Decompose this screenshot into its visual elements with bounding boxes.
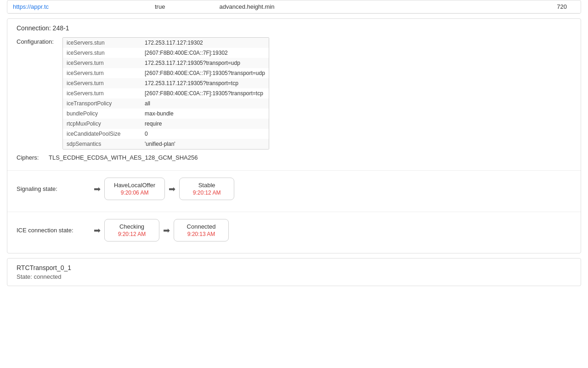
config-key: rtcpMuxPolicy (63, 119, 141, 129)
ice-state-time-1: 9:20:12 AM (114, 231, 150, 237)
config-value: 172.253.117.127:19305?transport=tcp (141, 78, 269, 88)
config-row: Configuration: iceServers.stun 172.253.1… (17, 37, 571, 150)
advanced-height-key: advanced.height.min (214, 0, 492, 13)
rtc-state: State: connected (17, 273, 571, 280)
ice-state-name-1: Checking (114, 223, 150, 230)
ciphers-label: Ciphers: (17, 154, 49, 161)
config-value: all (141, 98, 269, 109)
config-key: iceServers.turn (63, 58, 141, 68)
config-value: require (141, 119, 269, 129)
signaling-state-time-1: 9:20:06 AM (114, 190, 155, 196)
config-value: max-bundle (141, 109, 269, 119)
signaling-state-row: Signaling state: ➡ HaveLocalOffer 9:20:0… (17, 178, 571, 200)
table-row: rtcpMuxPolicy require (63, 119, 269, 129)
table-row: iceServers.turn [2607:F8B0:400E:C0A::7F]… (63, 88, 269, 98)
ciphers-row: Ciphers: TLS_ECDHE_ECDSA_WITH_AES_128_GC… (17, 154, 571, 161)
config-value: 'unified-plan' (141, 139, 269, 149)
config-value: 0 (141, 129, 269, 139)
table-row: iceServers.stun [2607:F8B0:400E:C0A::7F]… (63, 48, 269, 58)
table-row: sdpSemantics 'unified-plan' (63, 139, 269, 149)
connection-block: Connection: 248-1 Configuration: iceServ… (7, 18, 581, 253)
ice-state-time-2: 9:20:13 AM (183, 231, 219, 237)
config-value: [2607:F8B0:400E:C0A::7F]:19305?transport… (141, 68, 269, 78)
config-key: sdpSemantics (63, 139, 141, 149)
config-key: iceServers.turn (63, 88, 141, 98)
ice-state-row: ICE connection state: ➡ Checking 9:20:12… (17, 219, 571, 242)
arrow-icon-4: ➡ (163, 225, 170, 236)
signaling-state-name-1: HaveLocalOffer (114, 182, 155, 189)
table-row: iceCandidatePoolSize 0 (63, 129, 269, 139)
config-value: 172.253.117.127:19302 (141, 38, 269, 48)
rtc-title: RTCTransport_0_1 (17, 264, 571, 271)
config-key: bundlePolicy (63, 109, 141, 119)
signaling-state-name-2: Stable (189, 182, 225, 189)
config-label: Configuration: (17, 37, 62, 45)
arrow-icon-1: ➡ (94, 184, 101, 194)
config-table-wrapper: iceServers.stun 172.253.117.127:19302 ic… (62, 37, 269, 150)
table-row: iceServers.turn 172.253.117.127:19305?tr… (63, 58, 269, 68)
table-row: https://appr.tc true advanced.height.min… (7, 0, 581, 13)
signaling-state-time-2: 9:20:12 AM (189, 190, 225, 196)
config-key: iceTransportPolicy (63, 98, 141, 109)
ice-state-box-2: Connected 9:20:13 AM (174, 219, 229, 242)
table-row: iceServers.stun 172.253.117.127:19302 (63, 38, 269, 48)
signaling-state-box-1: HaveLocalOffer 9:20:06 AM (104, 178, 165, 200)
signaling-state-box-2: Stable 9:20:12 AM (179, 178, 234, 200)
true-value: true (149, 0, 214, 13)
arrow-icon-2: ➡ (169, 184, 175, 194)
link-cell: https://appr.tc (7, 0, 149, 13)
table-row: bundlePolicy max-bundle (63, 109, 269, 119)
table-row: iceServers.turn 172.253.117.127:19305?tr… (63, 78, 269, 88)
config-value: [2607:F8B0:400E:C0A::7F]:19305?transport… (141, 88, 269, 98)
signaling-section: Signaling state: ➡ HaveLocalOffer 9:20:0… (7, 170, 581, 212)
arrow-icon-3: ➡ (94, 225, 101, 236)
config-key: iceCandidatePoolSize (63, 129, 141, 139)
config-key: iceServers.turn (63, 68, 141, 78)
config-key: iceServers.stun (63, 48, 141, 58)
signaling-label: Signaling state: (17, 185, 90, 192)
config-key: iceServers.stun (63, 38, 141, 48)
ice-label: ICE connection state: (17, 227, 90, 234)
table-row: iceServers.turn [2607:F8B0:400E:C0A::7F]… (63, 68, 269, 78)
config-table: iceServers.stun 172.253.117.127:19302 ic… (63, 38, 269, 149)
config-value: 172.253.117.127:19305?transport=udp (141, 58, 269, 68)
inner-content: Configuration: iceServers.stun 172.253.1… (7, 37, 581, 170)
config-value: [2607:F8B0:400E:C0A::7F]:19302 (141, 48, 269, 58)
connection-title: Connection: 248-1 (7, 19, 581, 37)
appr-link[interactable]: https://appr.tc (13, 3, 49, 10)
ciphers-value: TLS_ECDHE_ECDSA_WITH_AES_128_GCM_SHA256 (49, 154, 198, 161)
config-key: iceServers.turn (63, 78, 141, 88)
ice-state-box-1: Checking 9:20:12 AM (104, 219, 159, 242)
page-wrapper: https://appr.tc true advanced.height.min… (0, 0, 588, 368)
ice-section: ICE connection state: ➡ Checking 9:20:12… (7, 212, 581, 253)
top-table: https://appr.tc true advanced.height.min… (7, 0, 581, 13)
top-section: https://appr.tc true advanced.height.min… (7, 0, 581, 14)
rtc-section: RTCTransport_0_1 State: connected (7, 258, 581, 286)
advanced-height-value: 720 (492, 0, 581, 13)
table-row: iceTransportPolicy all (63, 98, 269, 109)
ice-state-name-2: Connected (183, 223, 219, 230)
